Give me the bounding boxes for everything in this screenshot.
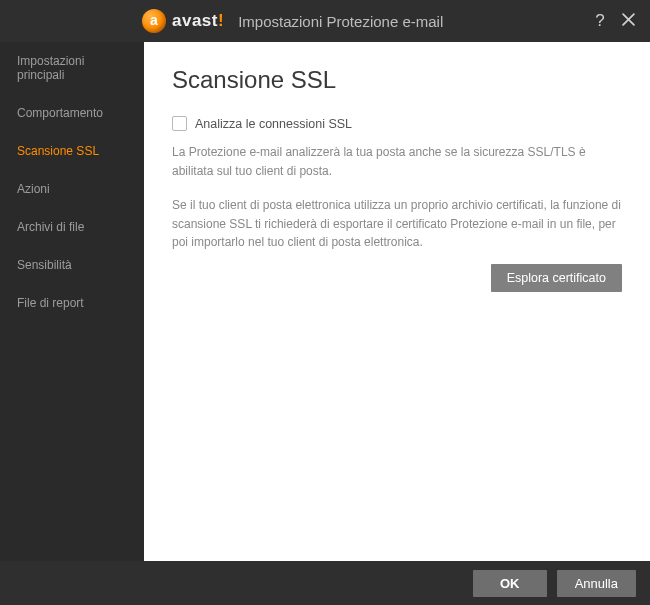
titlebar: avast! Impostazioni Protezione e-mail ? [0, 0, 650, 42]
sidebar-item-label: File di report [17, 296, 84, 310]
sidebar-item-0[interactable]: Impostazioni principali [0, 42, 144, 94]
sidebar-item-5[interactable]: Sensibilità [0, 246, 144, 284]
sidebar-item-2[interactable]: Scansione SSL [0, 132, 144, 170]
main-panel: Scansione SSL Analizza le connessioni SS… [144, 42, 650, 561]
brand-prefix: avast [172, 11, 218, 30]
sidebar-item-3[interactable]: Azioni [0, 170, 144, 208]
sidebar-item-6[interactable]: File di report [0, 284, 144, 322]
logo-wrap: avast! Impostazioni Protezione e-mail [142, 9, 443, 33]
close-button[interactable] [614, 7, 642, 35]
page-title: Scansione SSL [172, 66, 622, 94]
sidebar-item-label: Archivi di file [17, 220, 84, 234]
body: Impostazioni principaliComportamentoScan… [0, 42, 650, 561]
window-title: Impostazioni Protezione e-mail [238, 13, 443, 30]
help-icon: ? [595, 11, 604, 31]
sidebar-item-label: Comportamento [17, 106, 103, 120]
explore-certificate-button[interactable]: Esplora certificato [491, 264, 622, 292]
sidebar-item-1[interactable]: Comportamento [0, 94, 144, 132]
close-icon [622, 11, 635, 31]
certificate-button-row: Esplora certificato [172, 264, 622, 292]
help-button[interactable]: ? [586, 7, 614, 35]
footer: OK Annulla [0, 561, 650, 605]
scan-ssl-checkbox-row[interactable]: Analizza le connessioni SSL [172, 116, 622, 131]
brand-text: avast! [172, 11, 224, 31]
scan-ssl-checkbox[interactable] [172, 116, 187, 131]
sidebar-item-label: Azioni [17, 182, 50, 196]
brand-bang: ! [218, 11, 224, 30]
sidebar-item-label: Sensibilità [17, 258, 72, 272]
sidebar-item-label: Scansione SSL [17, 144, 99, 158]
ok-button[interactable]: OK [473, 570, 547, 597]
scan-ssl-checkbox-label: Analizza le connessioni SSL [195, 117, 352, 131]
description-1: La Protezione e-mail analizzerà la tua p… [172, 143, 622, 180]
settings-window: avast! Impostazioni Protezione e-mail ? … [0, 0, 650, 605]
avast-logo-icon [142, 9, 166, 33]
sidebar: Impostazioni principaliComportamentoScan… [0, 42, 144, 561]
cancel-button[interactable]: Annulla [557, 570, 636, 597]
sidebar-item-4[interactable]: Archivi di file [0, 208, 144, 246]
description-2: Se il tuo client di posta elettronica ut… [172, 196, 622, 252]
sidebar-item-label: Impostazioni principali [17, 54, 84, 82]
